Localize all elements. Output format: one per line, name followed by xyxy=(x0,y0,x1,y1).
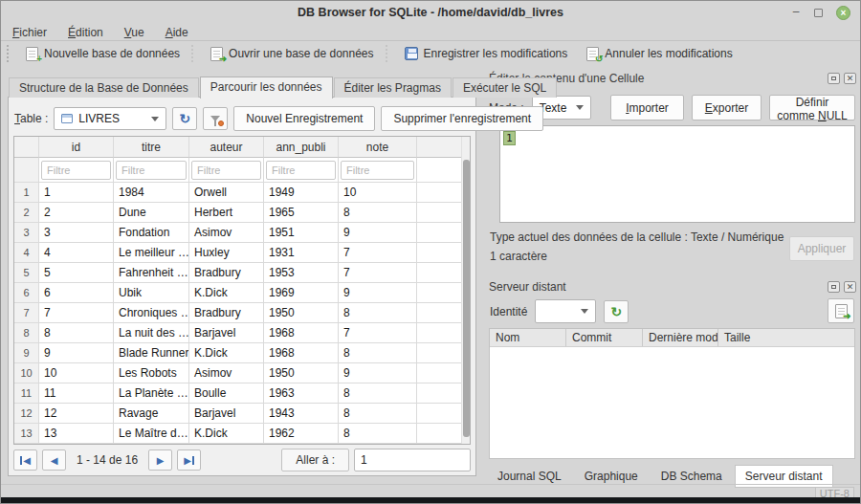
filter-input-ann_publi[interactable] xyxy=(266,161,336,180)
vertical-scrollbar[interactable] xyxy=(461,137,470,444)
set-null-button[interactable]: Définir comme NULL xyxy=(769,95,855,121)
maximize-icon[interactable] xyxy=(814,9,823,17)
cell-auteur[interactable]: Boulle xyxy=(189,383,264,404)
close-icon[interactable]: × xyxy=(836,6,850,20)
delete-record-button[interactable]: Supprimer l'enregistrement xyxy=(381,106,543,131)
filter-input-auteur[interactable] xyxy=(191,161,261,180)
apply-button[interactable]: Appliquer xyxy=(789,236,854,261)
remote-column-header[interactable]: Taille xyxy=(718,329,854,346)
cell-id[interactable]: 11 xyxy=(39,383,114,404)
close-dock-icon[interactable]: ✕ xyxy=(844,281,856,293)
menu-fichier[interactable]: Fichier xyxy=(12,26,47,39)
filter-input-note[interactable] xyxy=(341,161,414,180)
remote-refresh-button[interactable]: ↻ xyxy=(604,300,629,323)
column-header-titre[interactable]: titre xyxy=(114,137,189,158)
cell-ann_publi[interactable]: 1968 xyxy=(264,343,339,363)
goto-input[interactable] xyxy=(354,449,471,471)
cell-note[interactable]: 7 xyxy=(339,243,417,263)
cell-ann_publi[interactable]: 1951 xyxy=(264,223,339,243)
refresh-button[interactable]: ↻ xyxy=(172,107,197,130)
cell-titre[interactable]: 1984 xyxy=(114,183,189,203)
cell-note[interactable]: 9 xyxy=(339,283,417,303)
cell-id[interactable]: 12 xyxy=(39,404,114,424)
cell-id[interactable]: 9 xyxy=(39,343,114,363)
cell-auteur[interactable]: K.Dick xyxy=(189,343,264,363)
cell-ann_publi[interactable]: 1950 xyxy=(264,363,339,383)
identity-select[interactable] xyxy=(535,299,596,323)
menu-aide[interactable]: Aide xyxy=(166,26,188,39)
tab-browse[interactable]: Parcourir les données xyxy=(200,77,333,99)
cell-ann_publi[interactable]: 1963 xyxy=(264,383,339,404)
cell-ann_publi[interactable]: 1953 xyxy=(264,263,339,283)
close-dock-icon[interactable]: ✕ xyxy=(844,73,856,84)
cell-auteur[interactable]: Bradbury xyxy=(189,303,264,323)
cell-ann_publi[interactable]: 1950 xyxy=(264,303,339,323)
goto-button[interactable]: Aller à : xyxy=(281,449,349,471)
cell-titre[interactable]: La Planète … xyxy=(114,383,189,404)
cell-id[interactable]: 7 xyxy=(39,303,114,323)
cell-note[interactable]: 9 xyxy=(339,223,417,243)
toolbar-drag-handle[interactable] xyxy=(7,45,11,62)
cell-titre[interactable]: Les Robots xyxy=(114,363,189,383)
cell-note[interactable]: 8 xyxy=(339,424,417,444)
cell-note[interactable]: 8 xyxy=(339,383,417,404)
cell-note[interactable]: 7 xyxy=(339,323,417,343)
cell-note[interactable]: 8 xyxy=(339,303,417,323)
cell-titre[interactable]: Ravage xyxy=(114,404,189,424)
cell-titre[interactable]: Le Maître d… xyxy=(114,424,189,444)
cell-ann_publi[interactable]: 1962 xyxy=(264,424,339,444)
open-database-button[interactable]: ➜ Ouvrir une base de données xyxy=(201,44,383,64)
import-button[interactable]: Importer xyxy=(610,95,684,121)
cell-id[interactable]: 10 xyxy=(39,363,114,383)
float-dock-icon[interactable] xyxy=(828,281,840,293)
minimize-icon[interactable]: – xyxy=(791,9,801,18)
cell-auteur[interactable]: Asimov xyxy=(189,223,264,243)
float-dock-icon[interactable] xyxy=(828,73,840,84)
cell-titre[interactable]: La nuit des … xyxy=(114,323,189,343)
cell-id[interactable]: 5 xyxy=(39,263,114,283)
remote-column-header[interactable]: Dernière modific xyxy=(643,329,718,346)
clone-database-button[interactable]: ➜ xyxy=(828,298,854,323)
last-page-button[interactable]: ▶ xyxy=(177,449,201,471)
cell-titre[interactable]: Blade Runner xyxy=(114,343,189,363)
menu-vue[interactable]: Vue xyxy=(124,26,144,39)
cell-id[interactable]: 3 xyxy=(39,223,114,243)
cell-auteur[interactable]: Herbert xyxy=(189,203,264,223)
tab-pragmas[interactable]: Éditer les Pragmas xyxy=(334,77,452,98)
cell-auteur[interactable]: Barjavel xyxy=(189,323,264,343)
cell-note[interactable]: 8 xyxy=(339,343,417,363)
cell-note[interactable]: 9 xyxy=(339,363,417,383)
cell-titre[interactable]: Ubik xyxy=(114,283,189,303)
cell-titre[interactable]: Dune xyxy=(114,203,189,223)
table-select[interactable]: LIVRES xyxy=(54,107,166,130)
cell-auteur[interactable]: K.Dick xyxy=(189,283,264,303)
next-page-button[interactable]: ▶ xyxy=(148,449,172,471)
cell-auteur[interactable]: Huxley xyxy=(189,243,264,263)
cell-auteur[interactable]: Asimov xyxy=(189,363,264,383)
revert-changes-button[interactable]: ↺ Annuler les modifications xyxy=(577,44,741,64)
menu-edition[interactable]: Édition xyxy=(68,26,103,39)
cell-note[interactable]: 8 xyxy=(339,404,417,424)
cell-titre[interactable]: Chroniques … xyxy=(114,303,189,323)
cell-auteur[interactable]: Bradbury xyxy=(189,263,264,283)
new-record-button[interactable]: Nouvel Enregistrement xyxy=(233,106,375,131)
cell-ann_publi[interactable]: 1931 xyxy=(264,243,339,263)
cell-note[interactable]: 7 xyxy=(339,263,417,283)
column-header-ann_publi[interactable]: ann_publi xyxy=(264,137,339,158)
scrollbar-thumb[interactable] xyxy=(463,160,470,437)
cell-id[interactable]: 6 xyxy=(39,283,114,303)
remote-column-header[interactable]: Commit xyxy=(566,329,643,346)
first-page-button[interactable]: ◀ xyxy=(13,449,37,471)
tab-execute-sql[interactable]: Exécuter le SQL xyxy=(453,77,557,98)
clear-filters-button[interactable] xyxy=(203,107,228,130)
save-changes-button[interactable]: Enregistrer les modifications xyxy=(395,44,578,63)
cell-id[interactable]: 8 xyxy=(39,323,114,343)
cell-auteur[interactable]: K.Dick xyxy=(189,424,264,444)
new-database-button[interactable]: + Nouvelle base de données xyxy=(16,44,189,64)
cell-id[interactable]: 4 xyxy=(39,243,114,263)
column-header-auteur[interactable]: auteur xyxy=(189,137,264,158)
cell-ann_publi[interactable]: 1968 xyxy=(264,323,339,343)
cell-auteur[interactable]: Barjavel xyxy=(189,404,264,424)
export-button[interactable]: Exporter xyxy=(692,95,762,121)
column-header-id[interactable]: id xyxy=(39,137,114,158)
